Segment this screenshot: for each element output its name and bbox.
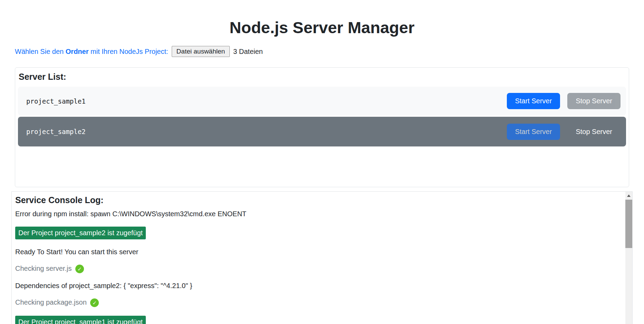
server-name: project_sample1 [26, 97, 500, 105]
server-row: project_sample2 Start Server Stop Server [18, 117, 626, 146]
log-line: Checking package.json ✓ [15, 298, 612, 307]
stop-server-button[interactable]: Stop Server [567, 124, 621, 140]
start-server-button[interactable]: Start Server [507, 93, 560, 109]
console-log-entries: Error during npm install: spawn C:\WINDO… [15, 210, 612, 324]
log-line: Dependencies of project_sample2: { "expr… [15, 282, 612, 290]
scrollbar-thumb[interactable] [625, 200, 632, 248]
picker-label-prefix: Wählen Sie den [15, 48, 64, 55]
server-list-rows: project_sample1 Start Server Stop Server… [18, 87, 626, 146]
check-circle-icon: ✓ [90, 298, 99, 307]
file-count-text: 3 Dateien [233, 48, 263, 56]
log-line: Der Project project_sample1 ist zugefügt… [15, 316, 612, 324]
file-input-button[interactable]: Datei auswählen [172, 46, 230, 57]
log-line: Der Project project_sample2 ist zugefügt… [15, 227, 612, 239]
log-line-text: Der Project project_sample1 ist zugefügt [15, 316, 146, 324]
server-row: project_sample1 Start Server Stop Server [18, 87, 626, 115]
log-line: Ready To Start! You can start this serve… [15, 248, 612, 256]
scrollbar-up-arrow-icon[interactable] [625, 192, 632, 199]
service-console-log: Service Console Log: Error during npm in… [11, 191, 633, 324]
server-list-heading: Server List: [19, 72, 626, 82]
console-log-heading: Service Console Log: [15, 195, 612, 205]
check-circle-icon: ✓ [75, 265, 84, 273]
log-line: Error during npm install: spawn C:\WINDO… [15, 210, 612, 218]
log-line-text: Checking package.json [15, 298, 87, 306]
log-line: Checking server.js ✓ [15, 265, 612, 273]
page: Node.js Server Manager Wählen Sie denOrd… [0, 18, 644, 324]
server-list-card: Server List: project_sample1 Start Serve… [15, 67, 629, 187]
page-title: Node.js Server Manager [11, 18, 633, 37]
stop-server-button[interactable]: Stop Server [567, 93, 621, 109]
folder-picker-label: Wählen Sie denOrdnermit Ihren NodeJs Pro… [15, 48, 168, 56]
server-name: project_sample2 [26, 128, 500, 135]
log-line-text: Dependencies of project_sample2: { "expr… [15, 282, 192, 289]
log-line-text: Ready To Start! You can start this serve… [15, 248, 138, 256]
console-scrollbar[interactable] [625, 192, 632, 324]
log-line-text: Der Project project_sample2 ist zugefügt [15, 227, 146, 239]
log-line-text: Checking server.js [15, 265, 72, 272]
picker-label-suffix: mit Ihren NodeJs Project: [91, 48, 168, 55]
log-line-text: Error during npm install: spawn C:\WINDO… [15, 210, 246, 218]
folder-picker-row: Wählen Sie denOrdnermit Ihren NodeJs Pro… [15, 46, 633, 57]
start-server-button[interactable]: Start Server [507, 124, 560, 140]
picker-label-bold: Ordner [66, 48, 89, 55]
